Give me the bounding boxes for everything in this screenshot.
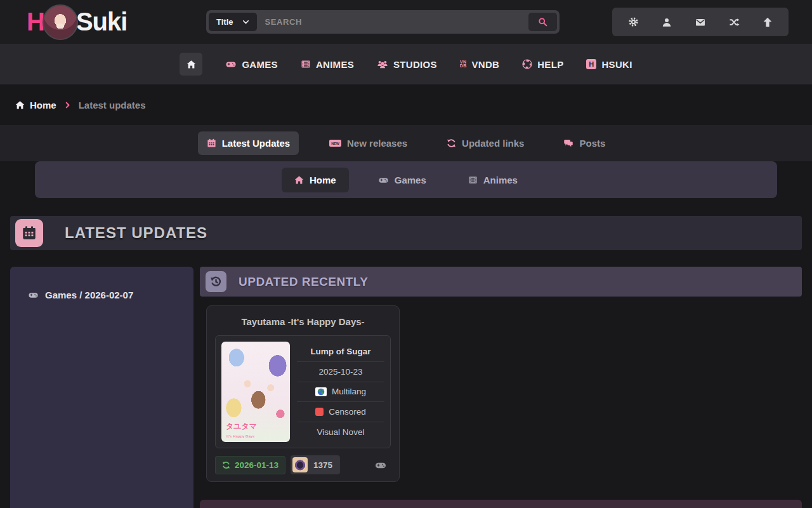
censored-icon: [315, 408, 324, 416]
nav-item-label: ANIMES: [316, 59, 354, 70]
tab-label: Latest Updates: [222, 138, 291, 149]
h-square-icon: H: [586, 59, 596, 69]
sidebar-item-games-date[interactable]: Games / 2026-02-07: [28, 290, 193, 300]
nav-item-games[interactable]: GAMES: [225, 59, 278, 70]
home-icon: [15, 100, 25, 110]
logo-text-suki: Suki: [76, 8, 127, 36]
tab-posts[interactable]: Posts: [554, 131, 614, 155]
nav-item-hsuki[interactable]: H HSUKI: [586, 59, 632, 70]
game-cover-image[interactable]: タユタマ It's Happy Days: [221, 342, 290, 442]
gamepad-icon: [225, 59, 237, 69]
subtab-label: Home: [310, 175, 336, 185]
updated-date-badge: 2026-01-13: [215, 456, 285, 474]
updated-recently-header: UPDATED RECENTLY: [200, 267, 802, 297]
nav-item-label: HSUKI: [601, 59, 632, 70]
search-button[interactable]: [528, 13, 557, 31]
globe-icon: [315, 387, 327, 396]
new-badge-icon: NEW: [329, 140, 341, 147]
main-column: UPDATED RECENTLY Tayutama -It's Happy Da…: [200, 267, 802, 508]
date-sidebar: Games / 2026-02-07: [10, 267, 193, 508]
uploader-thumbnail: [292, 457, 308, 472]
tab-updated-links[interactable]: Updated links: [438, 131, 533, 155]
subtab-games[interactable]: Games: [365, 168, 439, 192]
film-icon: [468, 175, 478, 185]
search-icon: [538, 17, 547, 27]
tab-label: Posts: [579, 138, 605, 149]
next-section-header-partial: [200, 500, 802, 508]
upload-arrow-icon[interactable]: [763, 17, 773, 27]
vndb-icon: VNDB: [460, 60, 467, 69]
cover-subtitle-text: It's Happy Days: [226, 434, 254, 438]
detail-language: Multilang: [297, 382, 384, 403]
life-ring-icon: [522, 59, 532, 69]
gamepad-icon: [374, 460, 387, 471]
nav-item-studios[interactable]: STUDIOS: [377, 59, 437, 70]
nav-item-label: GAMES: [242, 59, 278, 70]
detail-studio[interactable]: Lump of Sugar: [297, 342, 384, 362]
user-icon[interactable]: [662, 17, 672, 27]
nav-item-label: VNDB: [472, 59, 500, 70]
tab-label: New releases: [347, 138, 407, 149]
tab-label: Updated links: [462, 138, 524, 149]
calendar-icon: [15, 219, 43, 247]
detail-censorship: Censored: [297, 402, 384, 422]
sync-icon: [447, 138, 456, 148]
subtab-animes[interactable]: Animes: [455, 168, 530, 192]
breadcrumb: Home Latest updates: [0, 84, 812, 125]
updated-date-value: 2026-01-13: [235, 460, 278, 470]
tab-latest-updates[interactable]: Latest Updates: [198, 131, 299, 155]
nav-item-label: STUDIOS: [393, 59, 437, 70]
views-badge[interactable]: 1375: [291, 455, 340, 474]
random-shuffle-icon[interactable]: [729, 17, 740, 27]
subtab-label: Animes: [483, 175, 518, 185]
subtab-home[interactable]: Home: [282, 168, 349, 192]
nav-item-vndb[interactable]: VNDB VNDB: [460, 59, 499, 70]
breadcrumb-current: Latest updates: [79, 100, 146, 110]
gamepad-icon: [28, 290, 39, 300]
settings-icon[interactable]: [628, 17, 639, 27]
chevron-right-icon: [64, 102, 71, 109]
calendar-icon: [207, 138, 216, 148]
detail-category: Visual Novel: [297, 422, 384, 442]
main-nav: GAMES ANIMES STUDIOS VNDB VNDB HELP H HS…: [0, 44, 812, 84]
gamepad-icon: [378, 175, 389, 185]
chevron-down-icon: [242, 18, 249, 25]
search-category-value: Title: [216, 17, 233, 27]
game-details-list: Lump of Sugar 2025-10-23 Multilang Censo…: [297, 342, 384, 442]
breadcrumb-home-label: Home: [30, 100, 56, 110]
site-logo[interactable]: H Suki: [27, 4, 127, 40]
scope-tab-bar: Home Games Animes: [35, 161, 777, 198]
home-icon: [187, 60, 196, 69]
tab-new-releases[interactable]: NEW New releases: [320, 131, 416, 155]
nav-item-help[interactable]: HELP: [522, 59, 563, 70]
breadcrumb-home-link[interactable]: Home: [15, 100, 56, 110]
search-input[interactable]: [257, 13, 529, 31]
views-count: 1375: [313, 460, 332, 470]
studios-users-icon: [377, 59, 388, 69]
detail-release-date: 2025-10-23: [297, 362, 384, 382]
sidebar-item-label: Games / 2026-02-07: [45, 290, 133, 300]
subtab-label: Games: [395, 175, 426, 185]
logo-text-h: H: [27, 8, 44, 36]
content-area: Games / 2026-02-07 UPDATED RECENTLY Tayu…: [10, 267, 802, 508]
game-card-footer: 2026-01-13 1375: [215, 455, 391, 474]
panel-title: UPDATED RECENTLY: [239, 275, 368, 289]
logo-avatar-image: [43, 4, 78, 40]
game-card: Tayutama -It's Happy Days- タユタマ It's Hap…: [206, 305, 400, 482]
cover-title-text: タユタマ: [226, 421, 257, 432]
nav-item-animes[interactable]: ANIMES: [301, 59, 354, 70]
page-title: LATEST UPDATES: [65, 224, 207, 242]
search-bar: Title: [206, 10, 560, 34]
updates-tab-row: Latest Updates NEW New releases Updated …: [0, 125, 812, 161]
nav-item-label: HELP: [537, 59, 563, 70]
film-icon: [301, 59, 311, 69]
game-title[interactable]: Tayutama -It's Happy Days-: [215, 313, 391, 335]
header-icon-tray: [612, 8, 789, 36]
comments-icon: [563, 138, 573, 148]
game-card-body: タユタマ It's Happy Days Lump of Sugar 2025-…: [215, 335, 391, 448]
messages-icon[interactable]: [695, 17, 706, 27]
refresh-icon: [222, 461, 230, 469]
nav-home-button[interactable]: [180, 53, 202, 76]
latest-updates-section-header: LATEST UPDATES: [10, 216, 802, 250]
search-category-select[interactable]: Title: [209, 13, 257, 31]
